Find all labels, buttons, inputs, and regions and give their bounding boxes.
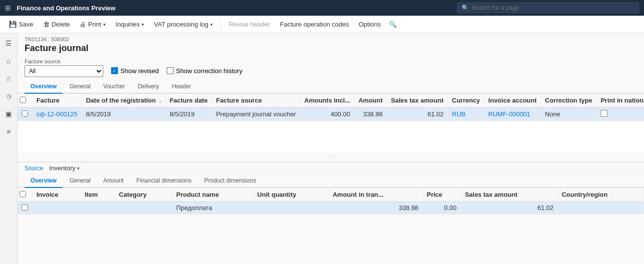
show-revised-checkbox-label[interactable]: ✓ Show revised <box>111 67 159 75</box>
separator <box>221 20 221 29</box>
col-correction-type[interactable]: Correction type <box>541 94 596 107</box>
print-national-checkbox[interactable] <box>601 110 608 117</box>
bcol-checkbox <box>18 188 32 202</box>
currency-link[interactable]: RUB <box>452 110 465 118</box>
bottom-table-row: Предоплата 338.98 0.00 61.02 <box>18 202 644 214</box>
tab-header[interactable]: Header <box>166 80 197 94</box>
facture-operation-codes-button[interactable]: Facture operation codes <box>276 19 352 30</box>
facture-link[interactable]: сф-12-000125 <box>36 110 78 118</box>
vat-processing-log-button[interactable]: VAT processing log ▾ <box>150 19 217 30</box>
search-action-icon[interactable]: 🔍 <box>389 21 397 28</box>
bcol-unit-quantity[interactable]: Unit quantity <box>253 188 328 202</box>
bcell-category <box>115 202 172 214</box>
delete-button[interactable]: 🗑 Delete <box>39 19 74 30</box>
search-icon: 🔍 <box>462 4 469 11</box>
col-facture[interactable]: Facture <box>32 94 82 107</box>
star-icon[interactable]: ☆ <box>2 72 16 85</box>
bcol-amount-tran[interactable]: Amount in tran... <box>328 188 422 202</box>
facture-source-label: Facture source <box>25 58 103 64</box>
source-bar: Source Inventory ▾ <box>18 162 644 174</box>
col-facture-date[interactable]: Facture date <box>166 94 212 107</box>
bcell-sales-tax: 61.02 <box>461 202 557 214</box>
search-bar[interactable]: 🔍 <box>457 2 639 13</box>
facture-source-select-container: All Purchase Sales <box>25 65 103 77</box>
facture-source-filter: Facture source All Purchase Sales <box>25 58 103 77</box>
main-tabs: Overview General Voucher Delivery Header <box>18 80 644 94</box>
bottom-tab-amount[interactable]: Amount <box>97 174 129 188</box>
grid-icon[interactable]: ⊞ <box>5 4 11 12</box>
tab-overview[interactable]: Overview <box>25 80 62 94</box>
cell-amount: 338.98 <box>354 107 387 121</box>
bottom-tab-financial-dimensions[interactable]: Financial dimensions <box>130 174 197 188</box>
invoice-account-link[interactable]: RUMF-000001 <box>488 110 530 118</box>
bottom-select-all[interactable] <box>20 191 26 197</box>
cell-invoice-account: RUMF-000001 <box>484 107 541 121</box>
select-all-checkbox[interactable] <box>20 97 26 103</box>
bottom-row-checkbox[interactable] <box>22 204 28 211</box>
bottom-section: Source Inventory ▾ Overview General Amou… <box>18 162 644 214</box>
save-icon: 💾 <box>9 21 17 28</box>
row-checkbox[interactable] <box>22 110 28 117</box>
bcell-invoice <box>32 202 81 214</box>
options-button[interactable]: Options <box>355 19 385 30</box>
bcol-country-region[interactable]: Country/region <box>557 188 644 202</box>
sidebar: ☰ ⌂ ☆ ◷ ▣ ≡ <box>0 33 18 264</box>
col-amounts-incl[interactable]: Amounts incl... <box>300 94 354 107</box>
bcol-sales-tax[interactable]: Sales tax amount <box>461 188 557 202</box>
hamburger-icon[interactable]: ☰ <box>2 36 16 50</box>
bcol-invoice[interactable]: Invoice <box>32 188 81 202</box>
revise-header-button[interactable]: Revise header <box>225 19 274 30</box>
tab-delivery[interactable]: Delivery <box>132 80 165 94</box>
page-title: Facture journal <box>18 43 644 56</box>
bottom-tab-product-dimensions[interactable]: Product dimensions <box>199 174 262 188</box>
search-input[interactable] <box>472 4 635 11</box>
print-button[interactable]: 🖨 Print ▾ <box>76 19 110 30</box>
app-title: Finance and Operations Preview <box>17 4 451 12</box>
inventory-button[interactable]: Inventory ▾ <box>49 164 79 172</box>
breadcrumb: TK01134 : 508002 <box>18 33 644 43</box>
layout: ☰ ⌂ ☆ ◷ ▣ ≡ TK01134 : 508002 Facture jou… <box>0 33 644 264</box>
clock-icon[interactable]: ◷ <box>2 89 16 103</box>
tab-voucher[interactable]: Voucher <box>97 80 131 94</box>
cell-amounts-incl: 400.00 <box>300 107 354 121</box>
bottom-tab-general[interactable]: General <box>63 174 96 188</box>
cell-facture: сф-12-000125 <box>32 107 82 121</box>
bcell-item <box>81 202 115 214</box>
tab-general[interactable]: General <box>63 80 96 94</box>
bcol-category[interactable]: Category <box>115 188 172 202</box>
inquiries-button[interactable]: Inquiries ▾ <box>112 19 148 30</box>
col-facture-source[interactable]: Facture source <box>212 94 300 107</box>
bcell-checkbox <box>18 202 32 214</box>
col-invoice-account[interactable]: Invoice account <box>484 94 541 107</box>
col-sales-tax[interactable]: Sales tax amount <box>387 94 448 107</box>
main-table-container: Facture Date of the registration ↓ Factu… <box>18 94 644 153</box>
bcol-price[interactable]: Price <box>423 188 461 202</box>
col-print-national[interactable]: Print in nationa... <box>596 94 644 107</box>
top-bar: ⊞ Finance and Operations Preview 🔍 <box>0 0 644 16</box>
bottom-tabs: Overview General Amount Financial dimens… <box>18 174 644 188</box>
bottom-tab-overview[interactable]: Overview <box>25 174 62 188</box>
source-link[interactable]: Source <box>25 165 43 172</box>
bcol-item[interactable]: Item <box>81 188 115 202</box>
save-button[interactable]: 💾 Save <box>5 19 37 30</box>
cell-correction-type: None <box>541 107 596 121</box>
cell-print-national <box>596 107 644 121</box>
bcol-product-name[interactable]: Product name <box>172 188 253 202</box>
bcell-product-name: Предоплата <box>172 202 253 214</box>
message-icon[interactable]: ▣ <box>2 107 16 121</box>
main-table: Facture Date of the registration ↓ Factu… <box>18 94 644 121</box>
show-correction-history-label[interactable]: Show correction history <box>167 67 242 75</box>
bcell-amount-tran: 338.98 <box>328 202 422 214</box>
list-icon[interactable]: ≡ <box>2 125 16 138</box>
col-date-reg[interactable]: Date of the registration ↓ <box>82 94 165 107</box>
col-currency[interactable]: Currency <box>448 94 484 107</box>
show-revised-checkbox[interactable]: ✓ <box>111 67 118 74</box>
col-amount[interactable]: Amount <box>354 94 387 107</box>
col-checkbox <box>18 94 32 107</box>
bottom-table-container: Invoice Item Category Product name Unit … <box>18 188 644 214</box>
facture-source-select[interactable]: All Purchase Sales <box>25 65 103 77</box>
delete-icon: 🗑 <box>43 21 50 28</box>
show-correction-history-checkbox[interactable] <box>167 67 174 74</box>
home-icon[interactable]: ⌂ <box>2 54 16 68</box>
table-row: сф-12-000125 8/5/2019 8/5/2019 Prepaymen… <box>18 107 644 121</box>
